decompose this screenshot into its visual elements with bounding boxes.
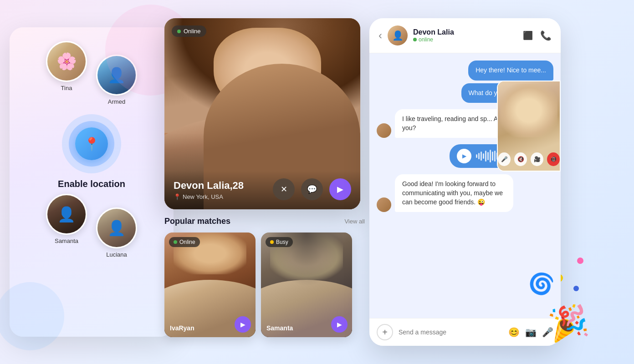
avatar-samanta: 👤 bbox=[46, 194, 87, 235]
chat-avatar: 👤 bbox=[388, 25, 408, 46]
deco-circle-blue bbox=[0, 282, 64, 350]
location-circle-middle: 📍 bbox=[69, 121, 114, 167]
back-button[interactable]: ‹ bbox=[378, 29, 382, 42]
chat-header-name: Devon Lalia bbox=[413, 28, 517, 36]
chat-input-area: + 😊 📷 🎤 bbox=[369, 318, 561, 346]
location-section: 📍 Enable location bbox=[58, 114, 125, 189]
video-call-overlay: 🎤 🔇 🎥 📵 bbox=[497, 81, 561, 172]
online-badge: Online bbox=[172, 25, 206, 37]
samanta-name: Samanta bbox=[266, 324, 293, 332]
green-dot bbox=[177, 30, 181, 33]
middle-panel: Online Devon Lalia,28 📍 New York, USA ✕ … bbox=[164, 18, 365, 346]
close-button[interactable]: ✕ bbox=[273, 178, 295, 200]
received-message-2: Good idea! I'm looking forward to commun… bbox=[377, 174, 553, 212]
popular-header: Popular matches View all bbox=[164, 217, 365, 226]
video-button[interactable]: ▶ bbox=[329, 178, 351, 200]
match-card: Online Devon Lalia,28 📍 New York, USA ✕ … bbox=[164, 18, 360, 209]
message-row: Hey there! Nice to mee... bbox=[468, 61, 553, 81]
mic-ctrl-btn[interactable]: 🎤 bbox=[498, 152, 511, 166]
message-input[interactable] bbox=[399, 329, 503, 336]
emoji-icon[interactable]: 😊 bbox=[508, 327, 520, 338]
samanta-busy-badge: Busy bbox=[266, 237, 293, 247]
chat-header-status: online bbox=[413, 36, 517, 43]
video-call-icon[interactable]: ⬛ bbox=[523, 30, 533, 40]
received-avatar bbox=[377, 123, 391, 138]
ivaryan-online-badge: Online bbox=[169, 237, 200, 247]
received-bubble-2: Good idea! I'm looking forward to commun… bbox=[395, 174, 513, 212]
ivaryan-green-dot bbox=[174, 240, 177, 244]
voice-play-btn[interactable]: ▶ bbox=[457, 149, 471, 163]
orb-pink-1 bbox=[577, 258, 583, 264]
popular-section: Popular matches View all Online bbox=[164, 209, 365, 344]
orb-blue-1 bbox=[573, 286, 579, 291]
popular-card-ivaryan[interactable]: Online IvaRyan ▶ bbox=[164, 233, 256, 337]
end-call-btn[interactable]: 📵 bbox=[547, 152, 560, 166]
profile-samanta[interactable]: 👤 Samanta bbox=[46, 194, 87, 258]
pin-icon: 📍 bbox=[174, 193, 181, 200]
bottom-profile-row: 👤 Samanta 👤 Luciana bbox=[19, 194, 164, 258]
location-circle-inner[interactable]: 📍 bbox=[75, 127, 108, 160]
ivaryan-video-btn[interactable]: ▶ bbox=[235, 316, 251, 333]
sent-bubble-1: Hey there! Nice to mee... bbox=[468, 61, 553, 81]
view-all-link[interactable]: View all bbox=[344, 218, 365, 225]
chat-header: ‹ 👤 Devon Lalia online ⬛ 📞 bbox=[369, 18, 561, 53]
add-attachment-btn[interactable]: + bbox=[377, 324, 393, 340]
profile-name-luciana: Luciana bbox=[106, 251, 127, 258]
profile-name-armed: Armed bbox=[108, 98, 125, 105]
profile-name-samanta: Samanta bbox=[55, 238, 78, 244]
chat-button[interactable]: 💬 bbox=[301, 178, 323, 200]
avatar-luciana: 👤 bbox=[96, 207, 137, 248]
received-avatar-2 bbox=[377, 197, 391, 212]
cam-ctrl-btn[interactable]: 🎥 bbox=[531, 152, 543, 166]
profile-tina[interactable]: 🌸 Tina bbox=[46, 41, 87, 105]
popular-title: Popular matches bbox=[164, 217, 230, 226]
app-scene: 🌸 Tina 👤 Armed 📍 Enable location bbox=[10, 9, 624, 355]
samanta-busy-dot bbox=[270, 240, 274, 244]
avatar-tina: 🌸 bbox=[46, 41, 87, 82]
popular-grid: Online IvaRyan ▶ Busy bbox=[164, 233, 365, 337]
phone-icon[interactable]: 📞 bbox=[540, 30, 552, 41]
mute-ctrl-btn[interactable]: 🔇 bbox=[514, 152, 527, 166]
profile-name-tina: Tina bbox=[61, 85, 72, 91]
samanta-video-btn[interactable]: ▶ bbox=[331, 316, 348, 333]
profile-luciana[interactable]: 👤 Luciana bbox=[96, 207, 137, 258]
enable-location-label: Enable location bbox=[58, 179, 125, 189]
online-text: Online bbox=[184, 28, 201, 35]
location-circle-outer: 📍 bbox=[62, 114, 121, 173]
popular-card-samanta[interactable]: Busy Samanta ▶ bbox=[261, 233, 352, 337]
match-actions: ✕ 💬 ▶ bbox=[273, 178, 351, 200]
party-popper-decoration: 🎉 bbox=[546, 301, 591, 344]
chat-online-dot bbox=[413, 38, 417, 41]
video-controls: 🎤 🔇 🎥 📵 bbox=[498, 152, 560, 166]
ivaryan-name: IvaRyan bbox=[170, 324, 194, 332]
input-icons: 😊 📷 🎤 bbox=[508, 327, 553, 338]
chat-header-actions: ⬛ 📞 bbox=[523, 30, 552, 41]
ivaryan-status: Online bbox=[179, 239, 195, 245]
location-pin-icon: 📍 bbox=[84, 136, 100, 152]
camera-icon[interactable]: 📷 bbox=[525, 327, 537, 338]
chat-header-info: Devon Lalia online bbox=[413, 28, 517, 43]
left-panel: 🌸 Tina 👤 Armed 📍 Enable location bbox=[10, 27, 174, 337]
chat-panel: ‹ 👤 Devon Lalia online ⬛ 📞 bbox=[369, 18, 561, 346]
samanta-status: Busy bbox=[276, 239, 288, 245]
received-bubble-1: I like traveling, reading and sp... And … bbox=[395, 109, 513, 138]
